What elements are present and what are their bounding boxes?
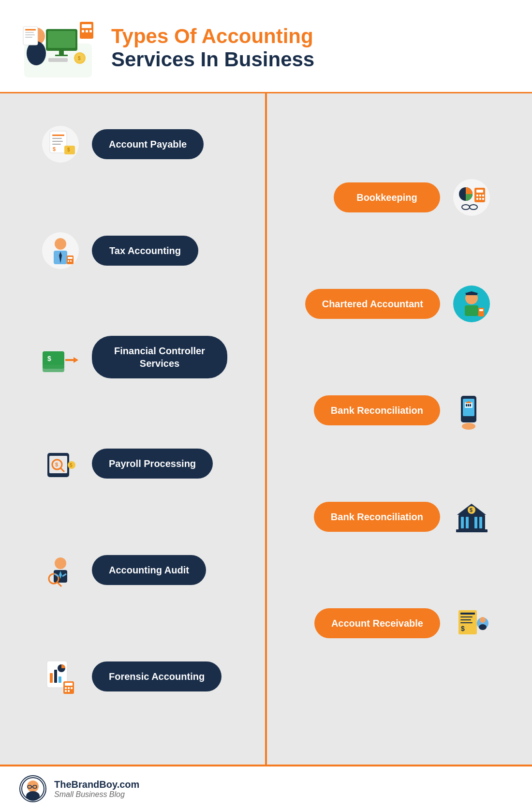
bank-reconciliation-1-pill: Bank Reconciliation bbox=[314, 395, 440, 425]
account-receivable-label: Account Receivable bbox=[331, 617, 423, 630]
forensic-icon bbox=[39, 655, 82, 698]
bank-reconciliation-1-label: Bank Reconciliation bbox=[331, 404, 423, 417]
svg-rect-50 bbox=[70, 260, 72, 262]
svg-rect-115 bbox=[68, 690, 70, 692]
chartered-pill: Chartered Accountant bbox=[305, 289, 440, 319]
svg-rect-68 bbox=[466, 404, 467, 406]
svg-rect-110 bbox=[65, 683, 73, 686]
svg-text:$: $ bbox=[47, 355, 51, 362]
list-item: $ $ Payroll Processing bbox=[0, 437, 532, 490]
svg-rect-14 bbox=[82, 24, 91, 28]
svg-text:$: $ bbox=[53, 146, 56, 152]
svg-rect-60 bbox=[43, 351, 64, 365]
payroll-icon: $ $ bbox=[39, 442, 82, 485]
svg-rect-23 bbox=[52, 135, 64, 136]
svg-rect-10 bbox=[25, 32, 34, 33]
svg-rect-96 bbox=[460, 613, 475, 615]
svg-rect-39 bbox=[482, 198, 484, 200]
items-list: $ $ Account Payable Bookkeeping bbox=[0, 118, 532, 703]
account-payable-pill: Account Payable bbox=[92, 129, 204, 159]
forensic-accounting-pill: Forensic Accounting bbox=[92, 661, 222, 691]
svg-rect-81 bbox=[461, 517, 464, 528]
svg-point-71 bbox=[462, 423, 475, 430]
svg-rect-3 bbox=[59, 51, 64, 55]
list-item: Bank Reconciliation bbox=[0, 384, 532, 437]
bank-reconciliation-2-pill: Bank Reconciliation bbox=[314, 502, 440, 532]
svg-rect-9 bbox=[25, 29, 36, 30]
accounting-audit-pill: Accounting Audit bbox=[92, 555, 206, 585]
svg-point-121 bbox=[26, 791, 40, 801]
svg-point-88 bbox=[55, 557, 66, 569]
svg-rect-48 bbox=[68, 257, 73, 259]
receivable-icon: $ bbox=[450, 601, 493, 645]
payroll-processing-label: Payroll Processing bbox=[109, 457, 196, 470]
svg-rect-24 bbox=[52, 138, 62, 139]
tax-accounting-pill: Tax Accounting bbox=[92, 236, 198, 266]
svg-rect-55 bbox=[465, 305, 478, 316]
svg-rect-107 bbox=[59, 676, 61, 683]
svg-rect-4 bbox=[55, 55, 68, 56]
svg-rect-99 bbox=[460, 622, 473, 623]
bookkeeping-label: Bookkeeping bbox=[356, 191, 417, 204]
svg-rect-113 bbox=[71, 687, 73, 689]
svg-line-92 bbox=[57, 582, 61, 586]
svg-rect-82 bbox=[466, 517, 469, 528]
invoice-icon: $ $ bbox=[39, 122, 82, 166]
svg-rect-84 bbox=[479, 517, 482, 528]
svg-text:$: $ bbox=[67, 147, 70, 152]
list-item: Account Receivable $ bbox=[0, 597, 532, 650]
svg-rect-15 bbox=[82, 30, 84, 32]
account-receivable-pill: Account Receivable bbox=[314, 608, 440, 638]
account-payable-label: Account Payable bbox=[109, 138, 187, 150]
taxman-icon bbox=[39, 229, 82, 272]
svg-rect-49 bbox=[68, 260, 69, 262]
svg-rect-25 bbox=[52, 141, 63, 142]
svg-rect-83 bbox=[474, 517, 477, 528]
list-item: Forensic Accounting bbox=[0, 650, 532, 703]
svg-rect-37 bbox=[476, 198, 478, 200]
svg-rect-87 bbox=[456, 529, 488, 532]
title-line2: Services In Business bbox=[111, 47, 314, 72]
svg-rect-56 bbox=[478, 308, 484, 316]
svg-point-44 bbox=[55, 238, 66, 250]
header-illustration: $ bbox=[19, 15, 97, 82]
svg-rect-97 bbox=[460, 616, 473, 617]
brand-logo bbox=[19, 775, 46, 802]
title-line1: Types Of Accounting bbox=[111, 25, 314, 47]
svg-rect-5 bbox=[48, 58, 68, 62]
main-content: $ $ Account Payable Bookkeeping bbox=[0, 93, 532, 765]
svg-rect-70 bbox=[470, 404, 471, 406]
books-icon bbox=[450, 176, 493, 219]
payroll-processing-pill: Payroll Processing bbox=[92, 449, 213, 479]
footer-text: TheBrandBoy.com Small Business Blog bbox=[54, 779, 139, 799]
svg-rect-114 bbox=[65, 690, 67, 692]
list-item: Tax Accounting bbox=[0, 224, 532, 277]
bank-reconciliation-2-label: Bank Reconciliation bbox=[331, 511, 423, 523]
list-item: Chartered Accountant bbox=[0, 277, 532, 330]
list-item: Accounting Audit bbox=[0, 543, 532, 597]
svg-rect-34 bbox=[476, 195, 478, 196]
svg-text:$: $ bbox=[461, 625, 465, 632]
svg-rect-36 bbox=[482, 195, 484, 196]
svg-rect-57 bbox=[479, 309, 483, 311]
svg-text:$: $ bbox=[78, 56, 81, 61]
svg-rect-33 bbox=[476, 190, 483, 193]
svg-rect-35 bbox=[479, 195, 481, 196]
audit-icon bbox=[39, 548, 82, 592]
list-item: Bank Reconciliation $ bbox=[0, 490, 532, 543]
svg-point-102 bbox=[480, 617, 486, 623]
svg-point-103 bbox=[479, 624, 487, 630]
bookkeeping-pill: Bookkeeping bbox=[334, 182, 440, 212]
svg-rect-111 bbox=[65, 687, 67, 689]
list-item: $ $ Account Payable bbox=[0, 118, 532, 171]
chartered-icon bbox=[450, 282, 493, 326]
svg-rect-12 bbox=[25, 37, 32, 38]
financial-controller-label: Financial Controller Services bbox=[109, 345, 210, 370]
chartered-label: Chartered Accountant bbox=[322, 298, 423, 310]
brand-tagline: Small Business Blog bbox=[54, 790, 139, 799]
bank-mobile-icon bbox=[450, 389, 493, 432]
accounting-audit-label: Accounting Audit bbox=[109, 564, 189, 576]
svg-rect-106 bbox=[54, 670, 57, 683]
svg-rect-105 bbox=[50, 673, 53, 683]
tax-accounting-label: Tax Accounting bbox=[109, 244, 181, 257]
